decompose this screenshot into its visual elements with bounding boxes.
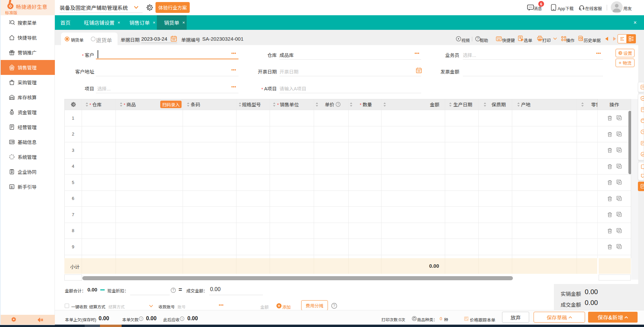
svg-text:?: ? — [333, 304, 335, 308]
svg-text:?: ? — [181, 318, 183, 321]
svg-text:新: 新 — [11, 185, 13, 189]
svg-text:?: ? — [140, 318, 142, 321]
svg-text:?: ? — [337, 103, 339, 106]
svg-text:?: ? — [477, 37, 479, 41]
svg-text:?: ? — [172, 288, 174, 292]
